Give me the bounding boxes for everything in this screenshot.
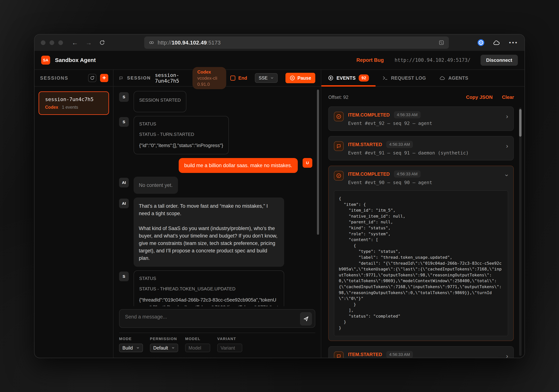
message-text: SESSION STARTED [139, 98, 181, 103]
event-card[interactable]: ITEM.STARTED 4:56:33 AM Event #evt_91 – … [328, 136, 514, 160]
events-scrollbar-thumb[interactable] [519, 109, 522, 137]
status-payload: {"id":"0","items":[],"status":"inProgres… [139, 142, 223, 149]
event-type: ITEM.STARTED [348, 142, 382, 147]
chevron-down-icon [171, 346, 175, 349]
events-count-badge: 92 [359, 74, 369, 81]
back-icon[interactable]: ← [72, 39, 78, 46]
avatar: S [119, 272, 129, 281]
event-time: 4:56:33 AM [386, 141, 413, 148]
address-bar[interactable]: http://100.94.102.49:5173 [144, 36, 449, 49]
chevron-down-icon[interactable]: › [502, 174, 512, 176]
event-card[interactable]: ITEM.STARTED 4:56:33 AM Event #evt_89 – … [328, 346, 514, 358]
status-label: STATUS [139, 121, 223, 127]
chevron-right-icon[interactable]: › [506, 111, 508, 121]
copy-json-button[interactable]: Copy JSON [466, 94, 493, 100]
events-scrollbar-track[interactable] [519, 107, 522, 356]
refresh-icon[interactable] [99, 40, 106, 46]
event-summary: Event #evt_91 – seq 91 – daemon (synthet… [348, 150, 502, 156]
variant-label: VARIANT [217, 337, 242, 341]
message-text: build me a billion dollar saas. make no … [179, 158, 298, 173]
event-summary: Event #evt_90 – seq 90 – agent [348, 180, 502, 185]
avatar: S [119, 117, 129, 127]
link-icon [149, 40, 154, 45]
server-url: http://100.94.102.49:5173/ [395, 57, 470, 63]
mode-select[interactable]: Build [119, 344, 143, 352]
events-list[interactable]: ITEM.COMPLETED 4:56:33 AM Event #evt_92 … [321, 107, 524, 358]
status-sub: STATUS - TURN.STARTED [139, 132, 223, 137]
more-menu-icon[interactable]: ••• [509, 39, 518, 46]
message-paragraph: That’s a tall order. To move fast and “m… [139, 202, 279, 217]
offset-label: Offset: 92 [328, 95, 348, 100]
report-bug-link[interactable]: Report Bug [356, 57, 384, 63]
model-input[interactable] [186, 345, 209, 351]
app-logo: SA [41, 56, 50, 65]
pause-button[interactable]: Pause [285, 73, 315, 83]
session-event-count: 1 events [62, 105, 78, 110]
browser-chrome: ← → http://100.94.102.49:5173 ••• [35, 35, 524, 51]
disconnect-button[interactable]: Disconnect [481, 55, 518, 66]
sessions-title: SESSIONS [40, 75, 68, 81]
event-card[interactable]: ITEM.COMPLETED 4:56:33 AM Event #evt_92 … [328, 107, 514, 131]
chevron-right-icon[interactable]: › [506, 141, 508, 151]
avatar: S [119, 92, 129, 102]
session-agent: Codex [45, 105, 58, 110]
system-message: S SESSION STARTED [119, 91, 312, 112]
pause-icon [289, 75, 295, 81]
chat-scrollbar[interactable] [317, 89, 319, 235]
traffic-lights[interactable] [41, 40, 63, 45]
message-paragraph: What kind of SaaS do you want (industry/… [139, 225, 279, 262]
mode-label: MODE [119, 337, 143, 341]
event-json-payload: { "item": { "item_id": "itm_5", "native_… [334, 190, 508, 336]
desktop: { "browser": { "url_scheme": "http://", … [0, 0, 559, 392]
ai-message: AI That’s a tall order. To move fast and… [119, 197, 312, 267]
tab-request-log[interactable]: REQUEST LOG [376, 70, 432, 86]
agent-version-badge: Codex vcodex-cli 0.91.0 [193, 67, 226, 89]
event-card-expanded[interactable]: ITEM.COMPLETED 4:56:33 AM Event #evt_90 … [328, 166, 514, 341]
reader-settings-icon[interactable] [438, 40, 444, 46]
event-type: ITEM.COMPLETED [348, 171, 390, 177]
clear-button[interactable]: Clear [502, 94, 514, 100]
terminal-icon [382, 75, 388, 81]
message-list[interactable]: S SESSION STARTED S STATUS STATUS - TURN… [113, 87, 321, 306]
minimize-window-icon[interactable] [50, 40, 54, 45]
variant-input[interactable] [218, 345, 241, 351]
status-sub: STATUS - THREAD.TOKEN_USAGE.UPDATED [139, 286, 279, 292]
session-list-item[interactable]: session-7un4c7h5 Codex 1 events [38, 91, 109, 115]
refresh-icon [90, 75, 95, 80]
status-label: STATUS [139, 276, 279, 281]
events-panel: EVENTS 92 REQUEST LOG AGENTS Offset: 92 … [321, 70, 524, 358]
transport-select[interactable]: SSE [255, 73, 278, 83]
password-manager-icon[interactable] [478, 39, 484, 46]
sessions-sidebar: SESSIONS + session-7un4c7h5 Codex 1 even… [35, 70, 113, 358]
message-input[interactable] [120, 310, 315, 327]
item-started-icon [334, 351, 344, 358]
send-button[interactable] [300, 312, 312, 326]
tab-events[interactable]: EVENTS 92 [321, 70, 376, 86]
end-checkbox[interactable] [230, 76, 235, 80]
refresh-sessions-button[interactable] [88, 74, 96, 82]
cloud-icon [439, 75, 445, 80]
app-header: SA Sandbox Agent Report Bug http://100.9… [35, 51, 524, 70]
session-name: session-7un4c7h5 [45, 96, 102, 102]
close-window-icon[interactable] [41, 40, 46, 45]
permission-label: PERMISSION [150, 337, 178, 341]
system-message: S STATUS STATUS - THREAD.TOKEN_USAGE.UPD… [119, 270, 312, 306]
forward-icon[interactable]: → [85, 39, 92, 46]
event-type: ITEM.STARTED [348, 352, 382, 357]
session-id: session-7un4c7h5 [155, 72, 188, 84]
item-started-icon [334, 141, 344, 151]
chat-bubble-icon [119, 75, 123, 81]
session-panel: SESSION session-7un4c7h5 Codex vcodex-cl… [113, 70, 321, 358]
play-circle-icon [328, 75, 334, 81]
app-title: Sandbox Agent [55, 57, 96, 63]
chevron-right-icon[interactable]: › [506, 351, 508, 358]
event-time: 4:56:33 AM [386, 351, 413, 358]
tab-agents[interactable]: AGENTS [433, 70, 475, 86]
composer: MODE Build PERMISSION Default [113, 306, 321, 358]
cloud-icon[interactable] [493, 39, 500, 46]
new-session-button[interactable]: + [100, 74, 108, 82]
zoom-window-icon[interactable] [58, 40, 63, 45]
item-completed-icon [334, 112, 344, 121]
permission-select[interactable]: Default [150, 344, 178, 352]
browser-window: ← → http://100.94.102.49:5173 ••• SA San… [34, 34, 525, 358]
